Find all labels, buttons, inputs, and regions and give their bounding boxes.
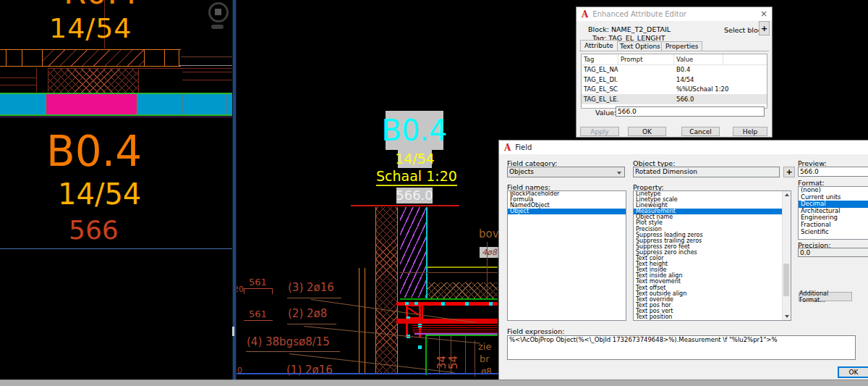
apply-button[interactable]: Apply bbox=[580, 127, 619, 136]
table-header-row[interactable]: Tag Prompt Value bbox=[582, 54, 767, 65]
close-icon[interactable]: × bbox=[760, 9, 767, 18]
dim-561-bottom[interactable]: 561 bbox=[249, 309, 267, 319]
section-line bbox=[22, 49, 22, 66]
eae-titlebar[interactable]: A Enhanced Attribute Editor bbox=[576, 7, 772, 21]
field-category-combobox[interactable]: Objects bbox=[507, 167, 625, 177]
note-o8[interactable]: ø8 bbox=[481, 367, 492, 376]
tab-attribute[interactable]: Attribute bbox=[580, 40, 618, 51]
object-type-box: Rotated Dimension bbox=[633, 167, 780, 177]
scroll-up-icon[interactable] bbox=[785, 193, 789, 196]
navigation-wheel-icon[interactable] bbox=[208, 2, 229, 22]
autocad-screen: R0.4 14/54 B0.4 14/54 566 bbox=[0, 0, 868, 386]
note-bov[interactable]: bov bbox=[479, 229, 499, 240]
cell-tag: TAG_EL_SC... bbox=[582, 85, 618, 95]
section-line bbox=[179, 49, 179, 66]
rebar-callout-2[interactable]: (2) 2ø8 bbox=[288, 309, 327, 319]
field-ok-button[interactable]: OK bbox=[838, 366, 868, 378]
dim-bracket bbox=[244, 288, 244, 294]
section-line bbox=[36, 68, 37, 92]
leader-vertical bbox=[487, 242, 488, 297]
property-scrollbar[interactable] bbox=[782, 191, 791, 320]
detail-tag-scale[interactable]: Schaal 1:20 bbox=[376, 169, 457, 186]
property-listbox[interactable]: Linetype Linetype scale Lineweight Measu… bbox=[633, 190, 791, 321]
navigation-pill-icon[interactable] bbox=[211, 25, 224, 29]
select-object-pick-button[interactable]: + bbox=[783, 167, 795, 177]
dim-bracket bbox=[272, 288, 273, 294]
chevron-down-icon bbox=[617, 172, 621, 175]
scroll-down-icon[interactable] bbox=[785, 315, 789, 318]
scrollbar-thumb[interactable] bbox=[783, 264, 789, 296]
rebar-node bbox=[489, 302, 493, 306]
formwork-line bbox=[365, 268, 365, 374]
rebar-callout-4[interactable]: (4) 38bgsø8/15 bbox=[247, 337, 330, 348]
cell-tag: TAG_EL_LE... bbox=[582, 94, 618, 104]
dim-text-34[interactable]: 34 bbox=[437, 356, 448, 369]
select-block-pick-button[interactable]: + bbox=[759, 21, 770, 35]
list-item[interactable]: Scientific bbox=[799, 229, 868, 236]
section-line bbox=[137, 68, 233, 69]
autocad-logo-icon: A bbox=[582, 10, 588, 19]
cancel-button[interactable]: Cancel bbox=[681, 127, 720, 136]
section-line bbox=[0, 66, 181, 67]
format-listbox[interactable]: (none) Current units Decimal Architectur… bbox=[798, 186, 868, 240]
bar-divider bbox=[182, 94, 183, 114]
col-header-tag[interactable]: Tag bbox=[582, 54, 618, 64]
table-row-selected[interactable]: TAG_EL_LE... 566.0 bbox=[582, 94, 767, 104]
ok-button[interactable]: OK bbox=[628, 127, 666, 136]
section-line bbox=[182, 72, 233, 72]
field-dialog[interactable]: A Field Field category: Objects Field na… bbox=[498, 140, 868, 381]
bar-border bbox=[0, 117, 233, 117]
divider-grip[interactable] bbox=[232, 327, 234, 336]
cell-value: 14/54 bbox=[674, 75, 767, 85]
detail-tag-length[interactable]: 566.0 bbox=[396, 189, 433, 202]
tab-text-options[interactable]: Text Options bbox=[616, 41, 665, 51]
detail-tag-name[interactable]: B0.4 bbox=[381, 116, 447, 145]
note-br[interactable]: br bbox=[480, 354, 490, 364]
enhanced-attribute-editor-dialog[interactable]: A Enhanced Attribute Editor × Block: NAM… bbox=[576, 7, 773, 138]
help-button[interactable]: Help bbox=[733, 127, 767, 136]
dim-bracket bbox=[244, 288, 273, 289]
diagonal-hatch-region bbox=[42, 50, 145, 66]
precision-box: 0.0 bbox=[798, 248, 868, 257]
section-line bbox=[182, 80, 233, 80]
additional-format-button[interactable]: Additional Format... bbox=[799, 292, 852, 301]
leader-underline bbox=[287, 324, 336, 324]
field-background: 4ø8 bbox=[480, 247, 499, 258]
attribute-field-background: 14/54 bbox=[398, 150, 432, 168]
field-titlebar[interactable]: A Field bbox=[499, 140, 868, 154]
list-item-selected[interactable]: Object bbox=[508, 209, 626, 214]
value-input[interactable]: 566.0 bbox=[616, 106, 765, 117]
field-expression-box[interactable]: %<\AcObjProp Object(%<\_ObjId 1732673749… bbox=[507, 335, 856, 360]
left-viewport[interactable]: R0.4 14/54 B0.4 14/54 566 bbox=[0, 0, 233, 380]
list-item[interactable]: Text position bbox=[634, 314, 783, 320]
cad-element-ratio[interactable]: 14/54 bbox=[58, 180, 141, 209]
rebar-callout-3[interactable]: (3) 2ø16 bbox=[288, 282, 334, 293]
dim-561-top[interactable]: 561 bbox=[249, 277, 267, 287]
section-line bbox=[164, 49, 165, 66]
attribute-field-background: 566.0 bbox=[396, 188, 433, 204]
dim-text-54[interactable]: 54 bbox=[448, 356, 459, 369]
rebar-line bbox=[412, 325, 498, 326]
col-header-value[interactable]: Value bbox=[674, 54, 723, 64]
leader-underline bbox=[287, 298, 341, 298]
rebar-line bbox=[412, 330, 498, 330]
detail-tag-ratio[interactable]: 14/54 bbox=[395, 152, 435, 166]
cad-top-ratio-label[interactable]: 14/54 bbox=[49, 14, 132, 42]
cell-tag: TAG_EL_DI... bbox=[582, 75, 618, 85]
col-header-prompt[interactable]: Prompt bbox=[618, 54, 674, 64]
cell-prompt bbox=[618, 65, 674, 75]
col-header-blank bbox=[723, 54, 767, 64]
table-row[interactable]: TAG_EL_NA... B0.4 bbox=[582, 65, 767, 75]
cad-top-name-label[interactable]: R0.4 bbox=[64, 0, 138, 9]
cad-element-length[interactable]: 566 bbox=[69, 217, 119, 243]
field-names-listbox[interactable]: BlockPlaceholder Formula NamedObject Obj… bbox=[507, 190, 626, 321]
table-row[interactable]: TAG_EL_DI... 14/54 bbox=[582, 75, 767, 85]
tab-properties[interactable]: Properties bbox=[661, 41, 702, 51]
cad-element-name[interactable]: B0.4 bbox=[46, 130, 142, 172]
attribute-table[interactable]: Tag Prompt Value TAG_EL_NA... B0.4 TAG_E… bbox=[581, 54, 767, 109]
dim-20[interactable]: 20 bbox=[237, 285, 244, 293]
table-row[interactable]: TAG_EL_SC... %%USchaal 1:20 bbox=[582, 85, 767, 95]
taskbar[interactable] bbox=[0, 379, 868, 386]
eae-title: Enhanced Attribute Editor bbox=[592, 10, 686, 18]
note-field-value[interactable]: 4ø8 bbox=[482, 248, 497, 256]
